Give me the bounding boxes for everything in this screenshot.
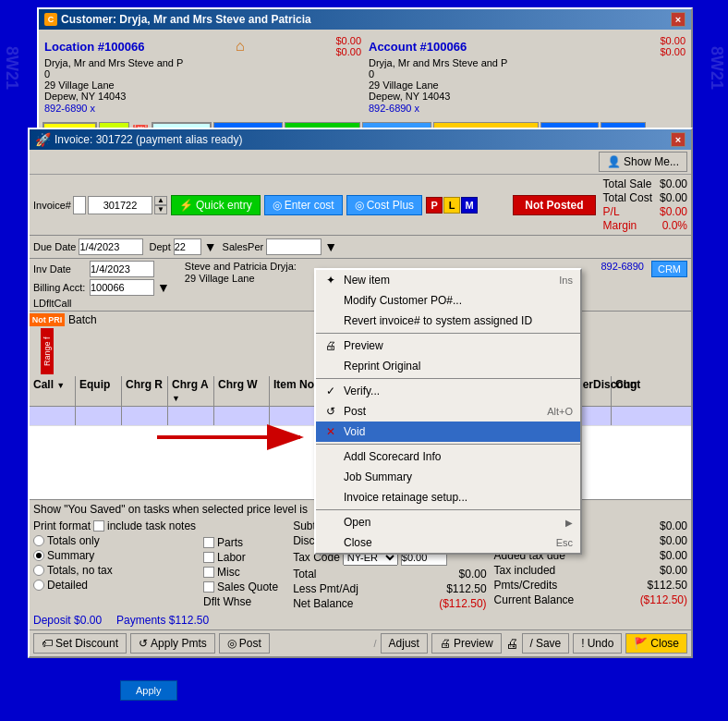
apply-button[interactable]: Apply	[120, 680, 177, 701]
location-amount2: $0.00	[335, 46, 361, 57]
location-line3: 0	[44, 68, 361, 79]
customer-line: Steve and Patricia Dryja:	[185, 261, 297, 272]
dept-arrow[interactable]: ▼	[204, 239, 217, 254]
col-header-call: Call ▼	[30, 376, 76, 406]
sales-quote-check[interactable]	[203, 581, 214, 593]
save-button[interactable]: / Save	[522, 633, 570, 654]
cm-addl-icon	[323, 449, 338, 464]
inv-date-input[interactable]	[90, 261, 154, 277]
side-labels: Not PRI Range f	[30, 312, 65, 376]
crm-button[interactable]: CRM	[651, 261, 687, 277]
undo-button[interactable]: ! Undo	[573, 633, 622, 654]
tax-included-label: Tax included	[494, 564, 556, 577]
cm-close[interactable]: Close Esc	[316, 532, 580, 553]
phone-display: 892-6890	[601, 261, 644, 309]
invoice-close-button[interactable]: ×	[671, 132, 686, 147]
salesper-input[interactable]	[266, 238, 322, 255]
location-icon: ⌂	[236, 38, 245, 55]
invoice-title-bar: 🚀 Invoice: 301722 (payment alias ready) …	[30, 129, 691, 150]
totals-no-tax-radio[interactable]	[33, 565, 44, 576]
save-icon: /	[530, 637, 533, 650]
enter-cost-button[interactable]: ◎ Enter cost	[264, 195, 343, 215]
col-header-chrg-a: Chrg A ▼	[168, 376, 214, 406]
invoice-form-row: Due Date Dept ▼ SalesPer ▼	[30, 236, 691, 259]
totals-only-radio[interactable]	[33, 535, 44, 546]
cm-revert-invoice[interactable]: Revert invoice# to system assigned ID	[316, 311, 580, 331]
col-header-equip: Equip	[76, 376, 122, 406]
td-equip	[76, 407, 122, 425]
due-date-input[interactable]	[79, 238, 143, 255]
plm-p-button[interactable]: P	[426, 197, 443, 214]
misc-label: Misc	[217, 566, 240, 579]
show-me-button[interactable]: 👤 Show Me...	[599, 152, 687, 172]
summary-label: Summary	[47, 549, 94, 562]
preview-button[interactable]: 🖨 Preview	[431, 633, 502, 654]
cm-job-summary[interactable]: Job Summary	[316, 467, 580, 487]
detailed-radio[interactable]	[33, 580, 44, 591]
cm-void[interactable]: ✕ Void	[316, 422, 580, 442]
cm-close-shortcut: Esc	[556, 537, 573, 548]
location-amount1: $0.00	[335, 35, 361, 46]
inv-date-label: Inv Date	[33, 263, 87, 275]
labor-check[interactable]	[203, 552, 214, 563]
cm-post[interactable]: ↺ Post Alt+O	[316, 401, 580, 422]
account-phone[interactable]: 892-6890 x	[369, 103, 419, 114]
parts-labor-section: Parts Labor Misc Sales Quote Dflt Whse	[203, 536, 278, 608]
not-posted-button[interactable]: Not Posted	[513, 195, 595, 215]
cost-plus-button[interactable]: ◎ Cost Plus	[346, 195, 422, 215]
post-button[interactable]: ◎ Post	[219, 633, 270, 654]
total-sale-label: Total Sale	[603, 177, 652, 190]
quick-entry-button[interactable]: ⚡ Quick entry	[171, 195, 261, 215]
account-title[interactable]: Account #100066	[369, 40, 467, 54]
cm-modify-po-icon	[323, 293, 338, 308]
batch-label: Batch	[68, 313, 97, 326]
bottom-toolbar: 🏷 Set Discount ↺ Apply Pmts ◎ Post / Adj…	[30, 629, 691, 656]
plm-l-button[interactable]: L	[443, 197, 460, 214]
margin-value: 0.0%	[662, 219, 687, 232]
location-title[interactable]: Location #100066	[44, 40, 144, 54]
customer-title: Customer: Dryja, Mr and Mrs Steve and Pa…	[61, 13, 311, 26]
close-invoice-icon: 🚩	[634, 637, 648, 650]
deposit-label: Deposit	[33, 614, 71, 627]
cm-new-item[interactable]: ✦ New item Ins	[316, 270, 580, 290]
customer-close-button[interactable]: ×	[671, 12, 686, 27]
pmts-credits-label: Pmts/Credits	[494, 579, 558, 592]
cm-verify[interactable]: ✓ Verify...	[316, 381, 580, 401]
summary-radio[interactable]	[33, 550, 44, 561]
cm-sep1	[316, 333, 580, 334]
location-address: 29 Village Lane	[44, 79, 361, 91]
cm-invoice-retainage[interactable]: Invoice retainage setup...	[316, 487, 580, 507]
include-task-notes-check[interactable]	[93, 520, 104, 532]
cm-reprint[interactable]: Reprint Original	[316, 356, 580, 376]
total-sale-value: $0.00	[660, 177, 687, 190]
misc-check[interactable]	[203, 567, 214, 578]
salesper-arrow[interactable]: ▼	[324, 239, 337, 254]
col-call-arrow[interactable]: ▼	[56, 381, 65, 390]
payments-val: $112.50	[169, 614, 209, 627]
invoice-up-arrow[interactable]: ▲	[154, 196, 167, 205]
cm-open[interactable]: Open	[316, 512, 580, 532]
invoice-number-group: Invoice# ▲ ▼	[33, 196, 167, 214]
cm-preview[interactable]: 🖨 Preview	[316, 336, 580, 356]
col-chrga-arrow[interactable]: ▼	[172, 394, 180, 403]
adjust-button[interactable]: Adjust	[381, 633, 428, 654]
set-discount-button[interactable]: 🏷 Set Discount	[33, 633, 127, 654]
cm-modify-po[interactable]: Modify Customer PO#...	[316, 290, 580, 311]
invoice-number-input[interactable]	[88, 196, 152, 214]
cm-addl-scorecard[interactable]: Addl Scorecard Info	[316, 446, 580, 467]
location-phone[interactable]: 892-6890 x	[44, 103, 95, 114]
dept-input[interactable]	[174, 238, 201, 255]
invoice-prefix-input[interactable]	[73, 196, 86, 214]
invoice-down-arrow[interactable]: ▼	[154, 205, 167, 214]
apply-pmts-button[interactable]: ↺ Apply Pmts	[130, 633, 215, 654]
billing-arrow[interactable]: ▼	[157, 280, 170, 295]
printer-icon-btn: 🖨	[505, 636, 518, 651]
parts-check[interactable]	[203, 537, 214, 548]
billing-label: Billing Acct:	[33, 282, 87, 293]
pl-label: P/L	[603, 205, 620, 218]
billing-input[interactable]	[90, 279, 154, 296]
less-pmt-val: $112.50	[446, 582, 486, 595]
close-invoice-button[interactable]: 🚩 Close	[625, 633, 687, 654]
detailed-label: Detailed	[47, 579, 88, 592]
plm-m-button[interactable]: M	[461, 197, 478, 214]
